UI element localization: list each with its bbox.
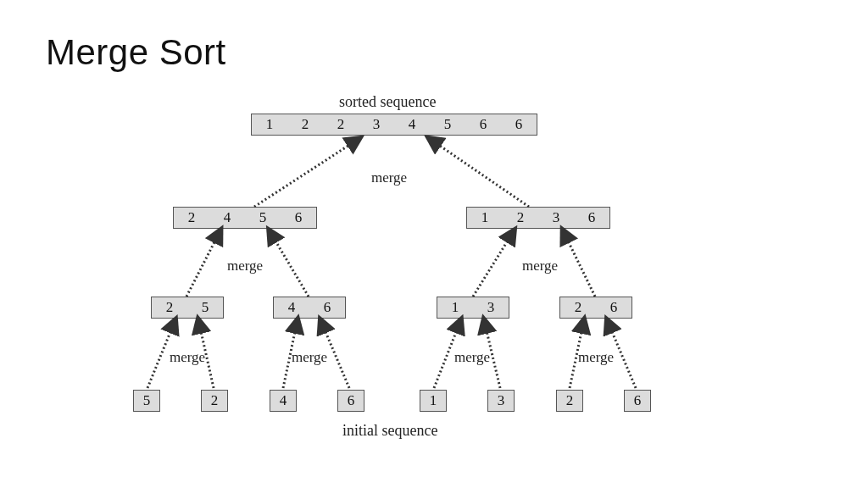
merge-label: merge [522,258,558,274]
sequence-level2-d: 2 6 [559,297,632,319]
svg-line-5 [565,234,595,297]
cell: 6 [281,208,316,228]
cell: 2 [560,297,596,318]
sequence-level2-a: 2 5 [151,297,224,319]
cell: 6 [338,391,364,411]
slide: Merge Sort sorted sequence 1 2 2 3 4 5 6… [0,0,868,488]
cell: 2 [152,297,187,318]
cell: 4 [394,114,430,135]
cell: 2 [557,391,582,411]
cell: 5 [245,208,281,228]
sequence-level1-left: 2 4 5 6 [173,207,317,229]
cell: 4 [209,208,245,228]
merge-label: merge [292,349,327,366]
cell: 6 [574,208,609,228]
cell: 6 [309,297,345,318]
cell: 2 [174,208,209,228]
svg-line-2 [186,234,219,297]
cell: 2 [202,391,227,411]
cell: 2 [323,114,359,135]
cell: 3 [538,208,574,228]
cell: 1 [420,391,446,411]
cell: 6 [596,297,632,318]
cell: 6 [501,114,537,135]
sequence-level3-h: 6 [624,390,651,412]
sequence-level3-g: 2 [556,390,583,412]
svg-line-3 [271,234,309,297]
merge-label: merge [454,349,490,366]
cell: 5 [134,391,159,411]
cell: 3 [473,297,509,318]
bottom-label: initial sequence [342,422,437,440]
cell: 2 [503,208,538,228]
cell: 3 [359,114,394,135]
cell: 6 [625,391,650,411]
sequence-level3-a: 5 [133,390,160,412]
sequence-level3-f: 3 [487,390,515,412]
sequence-level0: 1 2 2 3 4 5 6 6 [251,114,537,136]
cell: 4 [274,297,309,318]
cell: 5 [430,114,465,135]
cell: 2 [287,114,323,135]
cell: 4 [270,391,296,411]
merge-label: merge [578,349,614,366]
sequence-level3-c: 4 [270,390,297,412]
cell: 1 [437,297,473,318]
top-label: sorted sequence [339,93,436,111]
svg-line-0 [254,141,356,207]
sequence-level2-b: 4 6 [273,297,346,319]
merge-arrows [0,0,868,488]
merge-sort-diagram: sorted sequence 1 2 2 3 4 5 6 6 merge 2 … [0,0,868,488]
svg-line-4 [473,234,512,297]
svg-line-1 [432,141,529,207]
cell: 3 [488,391,514,411]
cell: 5 [187,297,223,318]
merge-label: merge [170,349,205,366]
cell: 1 [467,208,503,228]
sequence-level1-right: 1 2 3 6 [466,207,610,229]
sequence-level3-b: 2 [201,390,228,412]
merge-label: merge [227,258,263,274]
sequence-level2-c: 1 3 [437,297,509,319]
cell: 1 [252,114,287,135]
sequence-level3-e: 1 [420,390,447,412]
sequence-level3-d: 6 [337,390,364,412]
cell: 6 [465,114,501,135]
merge-label: merge [371,169,407,186]
